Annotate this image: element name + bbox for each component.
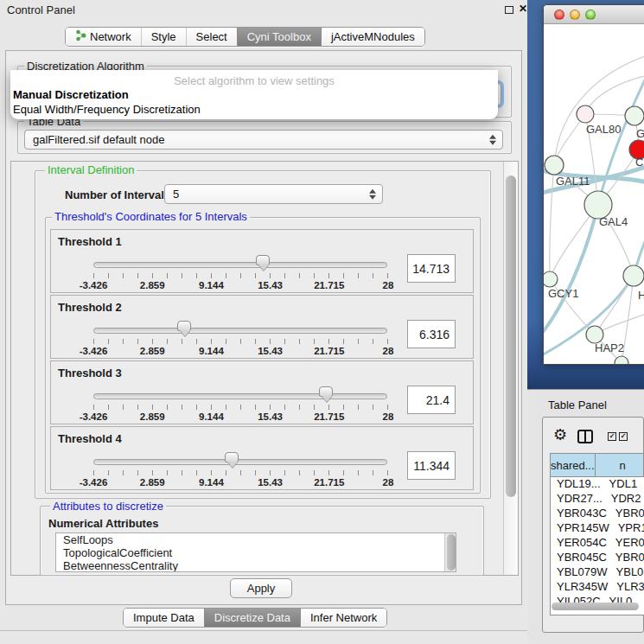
scale-label: 9.144	[199, 346, 224, 356]
bottom-tab-bar: Impute DataDiscretize DataInfer Network	[123, 608, 387, 628]
close-traffic-light-icon[interactable]	[554, 10, 564, 20]
scale-label: -3.426	[80, 411, 108, 422]
node-table-body: YDL19...YDL1YDR27...YDR2YBR043CYBR0YPR14…	[551, 477, 644, 609]
table-row[interactable]: YBL079WYBL0	[551, 565, 644, 580]
tab-select[interactable]: Select	[186, 28, 237, 46]
float-window-icon[interactable]	[505, 6, 513, 14]
settings-scrollbar-thumb[interactable]	[506, 175, 516, 497]
attribute-item-topologicalcoefficient[interactable]: TopologicalCoefficient	[56, 546, 456, 559]
slider-handle[interactable]	[225, 452, 239, 462]
attributes-scrollbar-thumb[interactable]	[447, 534, 456, 571]
tab-jactivemnodules[interactable]: jActiveMNodules	[321, 28, 424, 46]
gear-icon[interactable]: ⚙	[553, 427, 567, 443]
attributes-group-title: Attributes to discretize	[50, 501, 166, 512]
slider-scale: -3.4262.8599.14415.4321.71528	[93, 477, 388, 488]
cell-shared-name: YBR043C	[551, 507, 607, 521]
tab-label: Network	[90, 30, 131, 43]
network-node-gal80[interactable]	[577, 105, 594, 123]
tab-network[interactable]: Network	[66, 28, 141, 46]
cell-shared-name: YPR145W	[551, 521, 609, 536]
network-node-ga[interactable]	[625, 106, 644, 125]
threshold-value-box[interactable]: 11.344	[407, 451, 456, 480]
network-window-titlebar[interactable]	[544, 5, 644, 24]
number-of-intervals-combobox[interactable]: 5	[164, 184, 383, 204]
table-horizontal-scrollbar[interactable]	[552, 603, 639, 610]
slider-track[interactable]	[93, 393, 387, 399]
slider-track[interactable]	[93, 262, 387, 268]
slider-handle[interactable]	[177, 321, 191, 331]
network-view-window[interactable]: GAL80GACGAL11GAL4GCY1HHAP2	[543, 4, 644, 365]
tab-infer-network[interactable]: Infer Network	[300, 609, 386, 627]
scale-label: 9.144	[199, 280, 224, 290]
zoom-traffic-light-icon[interactable]	[585, 10, 596, 20]
column-header-shared-name[interactable]: shared...	[551, 454, 596, 476]
slider-track[interactable]	[93, 328, 387, 334]
network-node-gal11[interactable]	[545, 156, 564, 175]
network-canvas[interactable]: GAL80GACGAL11GAL4GCY1HHAP2	[544, 24, 644, 365]
split-columns-icon[interactable]	[577, 430, 593, 443]
network-node-hap2[interactable]	[586, 326, 603, 343]
tab-label: Cyni Toolbox	[247, 30, 311, 43]
close-icon[interactable]: ✕	[519, 3, 527, 15]
cell-name: YLR3	[608, 580, 644, 595]
combo-stepper-icon	[488, 133, 496, 146]
table-row[interactable]: YDL19...YDL1	[551, 477, 644, 492]
scale-label: 15.43	[258, 280, 283, 290]
table-row[interactable]: YDR27...YDR2	[551, 492, 644, 507]
network-node-h[interactable]	[623, 265, 644, 286]
threshold-title: Threshold 2	[58, 301, 122, 314]
slider-scale: -3.4262.8599.14415.4321.71528	[93, 411, 388, 423]
scale-label: 28	[383, 477, 394, 488]
scale-label: 9.144	[199, 411, 224, 422]
node-attribute-table[interactable]: shared... n YDL19...YDL1YDR27...YDR2YBR0…	[550, 453, 644, 615]
network-node-gcy1[interactable]	[544, 271, 558, 287]
threshold-panel-2: Threshold 2-3.4262.8599.14415.4321.71528…	[50, 295, 474, 359]
scale-label: 21.715	[314, 280, 344, 290]
threshold-value-box[interactable]: 21.4	[407, 386, 456, 414]
table-row[interactable]: YBR045CYBR0	[551, 551, 644, 565]
cell-name: YBR0	[607, 551, 644, 565]
tab-impute-data[interactable]: Impute Data	[124, 609, 204, 627]
checkbox-icon[interactable]: ✓	[608, 432, 616, 441]
table-row[interactable]: YPR145WYPR1	[551, 521, 644, 536]
checkbox-icon[interactable]: ✓	[619, 432, 628, 441]
scale-label: 28	[383, 411, 394, 422]
apply-button[interactable]: Apply	[230, 578, 292, 598]
slider-handle[interactable]	[256, 255, 270, 265]
tab-discretize-data[interactable]: Discretize Data	[204, 609, 300, 627]
table-row[interactable]: YLR345WYLR3	[551, 580, 644, 595]
table-data-combobox[interactable]: galFiltered.sif default node	[24, 130, 503, 150]
tab-style[interactable]: Style	[141, 28, 186, 46]
minimize-traffic-light-icon[interactable]	[570, 10, 580, 20]
threshold-panel-4: Threshold 4-3.4262.8599.14415.4321.71528…	[50, 426, 474, 490]
slider-ticks	[93, 273, 388, 278]
scale-label: 9.144	[199, 477, 224, 488]
attribute-item-selfloops[interactable]: SelfLoops	[56, 533, 456, 546]
thresholds-group-title: Threshold's Coordinates for 5 Intervals	[52, 211, 250, 222]
attributes-scrollbar[interactable]	[444, 533, 456, 571]
slider-track[interactable]	[93, 459, 387, 465]
threshold-value-box[interactable]: 14.713	[407, 254, 456, 283]
threshold-title: Threshold 4	[58, 432, 122, 445]
settings-scrollbar[interactable]	[503, 162, 518, 575]
attribute-item-betweennesscentrality[interactable]: BetweennessCentrality	[56, 559, 456, 572]
numerical-attributes-list[interactable]: SelfLoopsTopologicalCoefficientBetweenne…	[55, 532, 456, 572]
network-node[interactable]	[615, 356, 628, 365]
algorithm-popup-hint: Select algorithm to view settings	[10, 70, 498, 87]
algorithm-option-equal-width[interactable]: Equal Width/Frequency Discretization	[10, 102, 498, 117]
threshold-value-box[interactable]: 6.316	[407, 320, 456, 348]
tab-cyni-toolbox[interactable]: Cyni Toolbox	[237, 28, 321, 46]
node-label-gcy1: GCY1	[548, 287, 578, 300]
slider-ticks	[93, 339, 388, 344]
tab-label: jActiveMNodules	[331, 30, 415, 43]
tab-label: Infer Network	[310, 611, 377, 624]
column-header-name[interactable]: n	[596, 454, 644, 476]
network-graph[interactable]: GAL80GACGAL11GAL4GCY1HHAP2	[544, 24, 644, 365]
algorithm-option-manual[interactable]: Manual Discretization	[10, 87, 498, 102]
cell-shared-name: YDL19...	[551, 477, 601, 492]
table-row[interactable]: YBR043CYBR0	[551, 507, 644, 521]
slider-handle[interactable]	[319, 386, 333, 397]
table-row[interactable]: YER054CYER0	[551, 536, 644, 551]
network-icon	[75, 29, 86, 44]
scale-label: 28	[383, 280, 394, 290]
